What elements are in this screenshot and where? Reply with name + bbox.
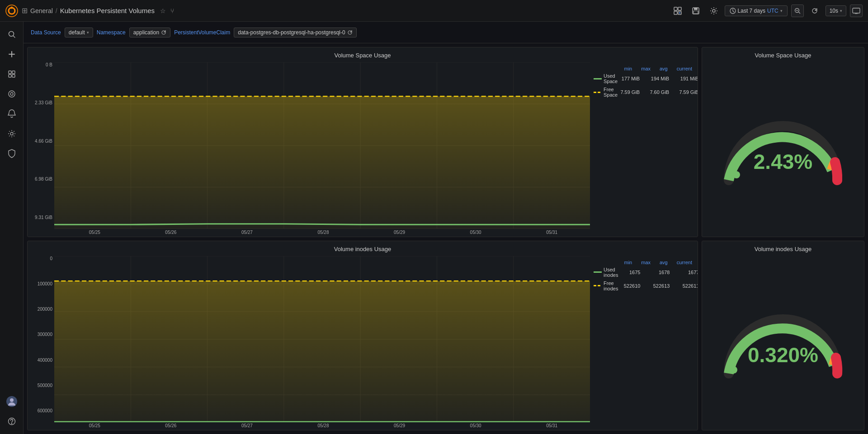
grid-icon: ⊞ [22,6,28,15]
breadcrumb-title: Kubernetes Persistent Volumes [60,7,155,14]
svg-rect-11 [693,11,698,14]
settings-button[interactable] [707,4,721,18]
svg-rect-4 [678,7,681,10]
topbar-nav: ⊞ General / Kubernetes Persistent Volume… [22,6,667,15]
refresh-icon-button[interactable] [807,4,822,18]
time-range-label: Last 7 days [738,8,765,14]
svg-point-12 [712,9,715,12]
topbar-actions: Last 7 days UTC ▾ 10s ▾ [670,4,863,18]
timezone-label: UTC [767,8,778,14]
svg-rect-5 [674,11,677,14]
time-range-selector[interactable]: Last 7 days UTC ▾ [725,5,788,16]
breadcrumb-separator: / [56,7,57,14]
clock-icon [730,8,736,14]
zoom-out-button[interactable] [791,5,804,17]
add-panel-button[interactable] [670,4,685,18]
refresh-interval-label: 10s [830,8,838,14]
topbar: ⊞ General / Kubernetes Persistent Volume… [0,0,868,22]
star-icon[interactable]: ☆ [160,7,166,14]
svg-rect-17 [853,8,860,13]
save-button[interactable] [689,4,703,18]
refresh-interval-selector[interactable]: 10s ▾ [826,5,846,16]
tv-mode-button[interactable] [850,5,863,17]
refresh-chevron: ▾ [840,9,842,13]
svg-rect-10 [694,8,698,10]
breadcrumb-general[interactable]: General [30,7,53,14]
svg-line-15 [798,12,800,14]
svg-rect-3 [674,7,677,10]
grafana-logo [5,5,18,17]
time-chevron: ▾ [780,9,783,13]
share-icon[interactable]: ⑂ [170,7,174,14]
svg-point-2 [11,6,13,9]
